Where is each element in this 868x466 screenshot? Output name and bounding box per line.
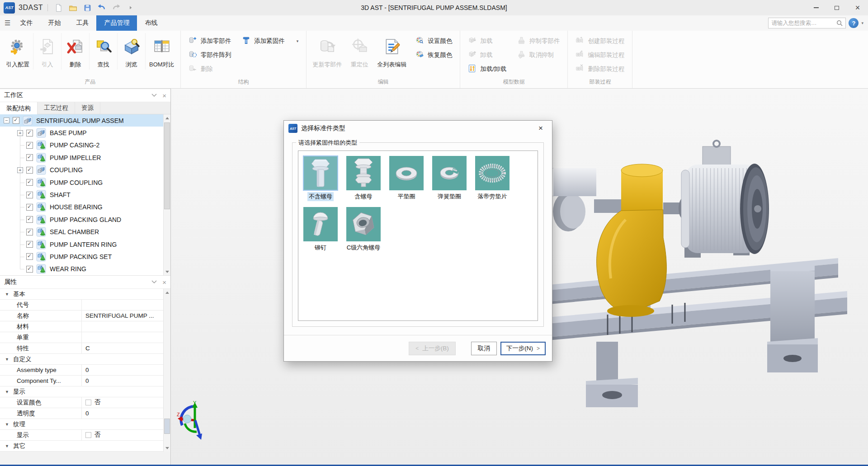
fastener-tile-rivet[interactable]: 铆钉 [302,207,339,252]
ribbon-button-suppress-component[interactable]: 抑制零部件 [514,34,563,48]
tree-item-pump-impeller[interactable]: PUMP IMPELLER [0,151,163,164]
tree-item-sentrifugal-pump-assem[interactable]: −SENTRIFUGAL PUMP ASSEM [0,114,163,127]
new-file-icon[interactable] [52,2,64,14]
scroll-up-button[interactable] [164,289,170,296]
tree-item-shaft[interactable]: SHAFT [0,188,163,201]
ribbon-button-add-component[interactable]: 添加零部件 [186,34,234,48]
section-collapse-icon[interactable]: ▼ [5,390,9,394]
ribbon-button-import-config[interactable]: 引入配置 [2,33,33,70]
property-section-14[interactable]: ▼其它 [0,441,163,452]
property-value[interactable]: 0 [81,408,163,419]
expand-toolbar-icon[interactable] [125,2,137,14]
tree-item-base-pump[interactable]: +BASE PUMP [0,127,163,139]
ribbon-button-load[interactable]: 加载 [465,34,509,48]
property-value[interactable]: 否 [81,397,163,408]
tree-checkbox[interactable] [13,117,19,124]
save-icon[interactable] [81,2,93,14]
fastener-tile-hex-nut[interactable]: C级六角螺母 [345,207,382,252]
tree-item-pump-packing-set[interactable]: PUMP PACKING SET [0,250,163,263]
chevron-down-icon[interactable]: ▾ [861,21,863,25]
menu-tab-tools[interactable]: 工具 [68,15,96,31]
property-value[interactable] [81,299,163,310]
tree-checkbox[interactable] [26,241,33,248]
chevron-down-icon[interactable]: ▾ [297,39,299,43]
ribbon-button-unload[interactable]: 卸载 [465,48,509,62]
property-value[interactable]: SENTRIFUGAL PUMP ... [81,310,163,321]
close-panel-icon[interactable]: × [162,279,166,286]
tree-expander-collapse-icon[interactable]: − [4,118,9,123]
ribbon-button-edit-assembly-process[interactable]: 编辑部装过程 [573,48,627,62]
orientation-triad[interactable]: Y Z [176,400,212,443]
tree-checkbox[interactable] [26,204,33,211]
ribbon-button-delete-structure[interactable]: 删除 [186,62,234,76]
tree-item-wear-ring[interactable]: WEAR RING [0,263,163,275]
workspace-tab-process[interactable]: 工艺过程 [38,102,75,114]
cancel-button[interactable]: 取消 [471,342,497,355]
tree-item-pump-lantern-ring[interactable]: PUMP LANTERN RING [0,238,163,250]
ribbon-button-load-unload[interactable]: 加载/卸载 [465,62,509,76]
menu-tab-product-management[interactable]: 产品管理 [96,15,137,31]
property-value[interactable]: 否 [81,429,163,440]
section-collapse-icon[interactable]: ▼ [5,444,9,448]
tree-scrollbar[interactable] [163,114,170,275]
ribbon-button-update-component[interactable]: 更新零部件 [309,33,345,70]
property-section-0[interactable]: ▼基本 [0,289,163,300]
tree-checkbox[interactable] [26,253,33,260]
tree-checkbox[interactable] [26,266,33,273]
property-section-12[interactable]: ▼纹理 [0,419,163,430]
tree-checkbox[interactable] [26,229,33,235]
menu-tab-home[interactable]: 开始 [40,15,68,31]
property-value[interactable] [81,332,163,343]
open-file-icon[interactable] [67,2,79,14]
tree-checkbox[interactable] [26,179,33,186]
properties-scrollbar[interactable] [163,289,170,452]
ribbon-button-add-fastener[interactable]: 添加紧固件▾ [239,34,301,48]
tree-checkbox[interactable] [26,154,33,161]
ribbon-button-reposition[interactable]: 重定位 [345,33,373,70]
undo-icon[interactable] [96,2,108,14]
previous-step-button[interactable]: < 上一步(B) [409,342,456,355]
ribbon-button-create-assembly-process[interactable]: 创建部装过程 [573,34,627,48]
next-step-button[interactable]: 下一步(N) > [500,342,546,355]
search-input[interactable] [771,20,836,26]
tree-checkbox[interactable] [26,216,33,223]
property-value[interactable]: 0 [81,375,163,386]
ribbon-button-delete-assembly-process[interactable]: 删除部装过程 [573,62,627,76]
tree-checkbox[interactable] [26,130,33,137]
ribbon-button-browse[interactable]: 浏览 [118,33,146,70]
value-checkbox[interactable] [85,432,91,438]
ribbon-button-delete[interactable]: 删除 [61,33,90,70]
dialog-close-icon[interactable]: × [534,124,547,133]
tree-item-seal-chamber[interactable]: SEAL CHAMBER [0,226,163,238]
property-section-9[interactable]: ▼显示 [0,386,163,397]
scroll-down-button[interactable] [164,268,170,275]
minimize-button[interactable] [806,0,826,15]
menu-icon[interactable]: ☰ [5,19,10,27]
scroll-down-button[interactable] [164,444,170,452]
section-collapse-icon[interactable]: ▼ [5,357,9,362]
fastener-tile-flat-washer[interactable]: 平垫圈 [388,156,425,201]
ribbon-button-restore-color[interactable]: 恢复颜色 [413,48,455,62]
fastener-tile-bolt-without-nut[interactable]: 不含螺母 [302,156,339,201]
property-value[interactable] [81,321,163,332]
chevron-down-icon[interactable] [151,280,157,284]
tree-checkbox[interactable] [26,192,33,198]
menu-tab-routing[interactable]: 布线 [137,15,165,31]
property-section-6[interactable]: ▼自定义 [0,354,163,365]
help-button[interactable]: ? [849,18,859,28]
ribbon-button-component-array[interactable]: 零部件阵列 [186,48,234,62]
tree-item-pump-coupling[interactable]: PUMP COUPLING [0,176,163,188]
close-panel-icon[interactable]: × [162,92,166,99]
scroll-up-button[interactable] [164,114,170,122]
tree-item-pump-packing-gland[interactable]: PUMP PACKING GLAND [0,213,163,226]
section-collapse-icon[interactable]: ▼ [5,422,9,427]
tree-item-house-bearing[interactable]: HOUSE BEARING [0,201,163,213]
scrollbar-thumb[interactable] [164,122,170,209]
property-value[interactable]: 0 [81,364,163,375]
tree-item-coupling[interactable]: +COUPLING [0,164,163,176]
value-checkbox[interactable] [85,400,91,405]
tree-checkbox[interactable] [26,167,33,174]
section-collapse-icon[interactable]: ▼ [5,292,9,297]
ribbon-button-set-color[interactable]: 设置颜色 [413,34,455,48]
scrollbar-thumb[interactable] [164,419,170,434]
